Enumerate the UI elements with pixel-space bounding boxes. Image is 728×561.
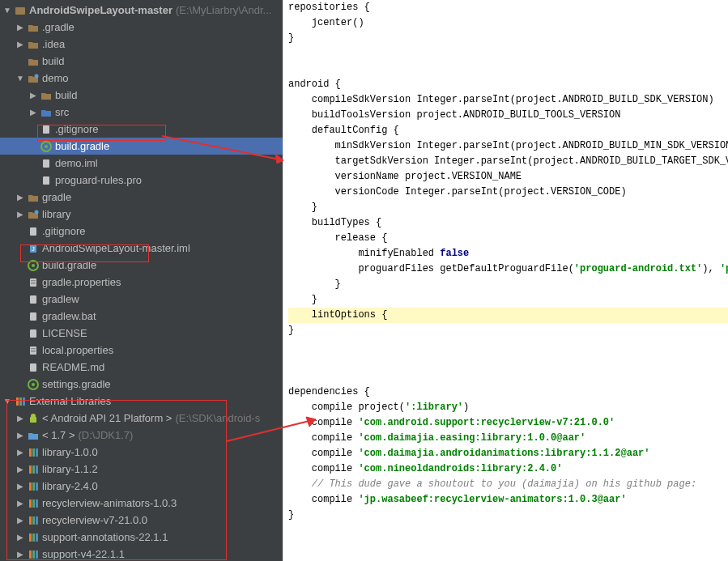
svg-rect-19 bbox=[30, 329, 36, 338]
chevron-right-icon: ▶ bbox=[28, 108, 39, 117]
code-line: proguardFiles getDefaultProguardFile('pr… bbox=[288, 261, 728, 277]
code-line: versionCode Integer.parseInt(project.VER… bbox=[288, 185, 728, 200]
tree-item[interactable]: settings.gradle bbox=[0, 376, 283, 393]
folder-src-icon bbox=[39, 107, 53, 118]
tree-external-libs[interactable]: ▼ External Libraries bbox=[0, 393, 283, 410]
tree-item-sub: (D:\JDK1.7) bbox=[78, 429, 133, 441]
code-line bbox=[288, 338, 728, 354]
tree-item-label: recyclerview-v7-21.0.0 bbox=[42, 514, 147, 526]
tree-item[interactable]: ▶recyclerview-animators-1.0.3 bbox=[0, 495, 283, 512]
lib-icon bbox=[26, 498, 40, 509]
tree-item-label: library bbox=[42, 208, 70, 220]
code-line bbox=[288, 46, 728, 62]
svg-rect-17 bbox=[30, 295, 36, 304]
tree-item[interactable]: ▶.gradle bbox=[0, 19, 283, 36]
tree-root[interactable]: ▼ AndroidSwipeLayout-master (E:\MyLiarbr… bbox=[0, 2, 283, 19]
code-line: dependencies { bbox=[288, 385, 728, 400]
tree-item[interactable]: ▶.idea bbox=[0, 36, 283, 53]
svg-rect-22 bbox=[31, 350, 36, 351]
tree-item[interactable]: ▼demo bbox=[0, 70, 283, 87]
chevron-right-icon: ▶ bbox=[15, 448, 26, 457]
code-line: lintOptions { bbox=[288, 308, 728, 323]
code-line: } bbox=[288, 508, 728, 523]
code-line: // This dude gave a shoutout to you (dai… bbox=[288, 477, 728, 492]
tree-item[interactable]: LICENSE bbox=[0, 325, 283, 342]
svg-rect-2 bbox=[43, 125, 49, 134]
svg-rect-0 bbox=[15, 7, 25, 15]
tree-item-label: LICENSE bbox=[42, 327, 87, 339]
svg-rect-14 bbox=[31, 280, 36, 281]
tree-item[interactable]: ▶support-v4-22.1.1 bbox=[0, 546, 283, 561]
tree-item[interactable]: local.properties bbox=[0, 342, 283, 359]
code-line: compile 'com.daimajia.androidanimations:… bbox=[288, 446, 728, 461]
code-line: release { bbox=[288, 231, 728, 246]
svg-rect-48 bbox=[32, 533, 35, 542]
tree-item[interactable]: gradle.properties bbox=[0, 274, 283, 291]
tree-item[interactable]: ▶build bbox=[0, 87, 283, 104]
root-label: AndroidSwipeLayout-master bbox=[29, 4, 172, 16]
svg-rect-42 bbox=[32, 499, 35, 508]
chevron-down-icon: ▼ bbox=[15, 74, 26, 83]
tree-item[interactable]: demo.iml bbox=[0, 155, 283, 172]
file-icon bbox=[26, 311, 40, 322]
svg-rect-37 bbox=[36, 465, 38, 474]
tree-item[interactable]: ▶library-1.1.2 bbox=[0, 461, 283, 478]
tree-item[interactable]: build.gradle bbox=[0, 257, 283, 274]
tree-item[interactable]: gradlew.bat bbox=[0, 308, 283, 325]
tree-item[interactable]: README.md bbox=[0, 359, 283, 376]
code-line: android { bbox=[288, 77, 728, 92]
svg-rect-44 bbox=[29, 516, 32, 525]
tree-item[interactable]: .gitignore bbox=[0, 121, 283, 138]
svg-rect-46 bbox=[36, 516, 38, 525]
tree-item[interactable]: ▶library bbox=[0, 206, 283, 223]
tree-item[interactable]: .gitignore bbox=[0, 223, 283, 240]
code-line: repositories { bbox=[288, 0, 728, 15]
svg-rect-29 bbox=[23, 397, 25, 406]
tree-item[interactable]: build bbox=[0, 53, 283, 70]
code-line: targetSdkVersion Integer.parseInt(projec… bbox=[288, 154, 728, 169]
svg-point-26 bbox=[32, 383, 35, 386]
code-line: jcenter() bbox=[288, 15, 728, 31]
svg-point-31 bbox=[31, 414, 36, 419]
tree-item[interactable]: build.gradle bbox=[0, 138, 283, 155]
code-line: buildToolsVersion project.ANDROID_BUILD_… bbox=[288, 108, 728, 123]
code-editor[interactable]: ⊟⊟⊟⊟⊟⊟⊟ repositories { jcenter()} androi… bbox=[283, 0, 728, 561]
chevron-right-icon: ▶ bbox=[15, 23, 26, 32]
svg-rect-47 bbox=[29, 533, 32, 542]
svg-rect-15 bbox=[31, 282, 36, 283]
svg-rect-41 bbox=[29, 499, 32, 508]
tree-item-label: local.properties bbox=[42, 344, 113, 356]
tree-item[interactable]: proguard-rules.pro bbox=[0, 172, 283, 189]
folder-icon bbox=[26, 192, 40, 203]
tree-item[interactable]: ▶library-2.4.0 bbox=[0, 478, 283, 495]
props-icon bbox=[26, 345, 40, 356]
tree-item[interactable]: gradlew bbox=[0, 291, 283, 308]
tree-item-label: library-1.1.2 bbox=[42, 463, 98, 475]
svg-rect-50 bbox=[29, 550, 32, 559]
tree-item-sub: (E:\SDK\android-s bbox=[175, 412, 260, 424]
tree-item-label: library-2.4.0 bbox=[42, 480, 98, 492]
code-content[interactable]: repositories { jcenter()} android { comp… bbox=[283, 0, 728, 561]
tree-item[interactable]: ▶support-annotations-22.1.1 bbox=[0, 529, 283, 546]
tree-item[interactable]: ▶gradle bbox=[0, 189, 283, 206]
tree-item[interactable]: ▶recyclerview-v7-21.0.0 bbox=[0, 512, 283, 529]
tree-item[interactable]: ▶< 1.7 >(D:\JDK1.7) bbox=[0, 427, 283, 444]
tree-item[interactable]: ▶src bbox=[0, 104, 283, 121]
tree-item[interactable]: ▶< Android API 21 Platform >(E:\SDK\andr… bbox=[0, 410, 283, 427]
chevron-right-icon: ▶ bbox=[15, 193, 26, 202]
file-icon bbox=[26, 362, 40, 373]
svg-rect-8 bbox=[30, 227, 36, 236]
tree-item-label: settings.gradle bbox=[42, 378, 111, 390]
chevron-right-icon: ▶ bbox=[15, 516, 26, 525]
project-tree-panel: ▼ AndroidSwipeLayout-master (E:\MyLiarbr… bbox=[0, 0, 283, 561]
svg-rect-35 bbox=[29, 465, 32, 474]
tree-item[interactable]: JAndroidSwipeLayout-master.iml bbox=[0, 240, 283, 257]
chevron-down-icon: ▼ bbox=[2, 397, 13, 406]
svg-rect-39 bbox=[32, 482, 35, 491]
lib-icon bbox=[26, 532, 40, 543]
file-icon bbox=[39, 158, 53, 169]
tree-item-label: src bbox=[55, 106, 69, 118]
code-line: } bbox=[288, 292, 728, 308]
tree-item[interactable]: ▶library-1.0.0 bbox=[0, 444, 283, 461]
lib-icon bbox=[26, 447, 40, 458]
